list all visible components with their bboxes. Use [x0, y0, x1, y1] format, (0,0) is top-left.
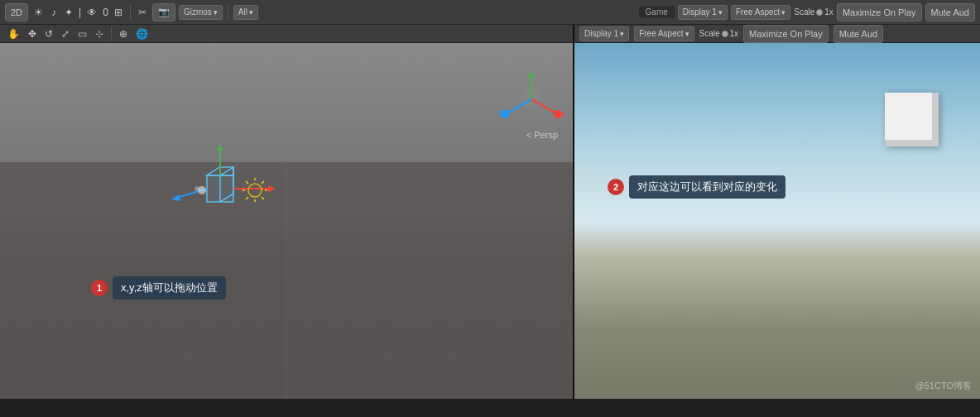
gizmos-label: Gizmos [184, 7, 212, 17]
scene-toolbar: ✋ ✥ ↺ ⤢ ▭ ⊹ ⊕ 🌐 [0, 25, 573, 43]
transform-gizmo [166, 142, 281, 225]
svg-text:X: X [560, 110, 564, 118]
hand-tool[interactable]: ✋ [5, 27, 22, 41]
watermark: @51CTO博客 [915, 380, 972, 392]
move-tool[interactable]: ✥ [26, 27, 39, 41]
svg-line-50 [262, 181, 264, 184]
global-btn[interactable]: 🌐 [133, 27, 151, 41]
game-aspect-label: Free Aspect [639, 29, 683, 38]
game-maximize-btn[interactable]: Maximize On Play [743, 25, 829, 43]
sep1 [111, 26, 112, 41]
game-aspect-dropdown[interactable]: Free Aspect [634, 26, 694, 41]
annotation-1: 1 x,y,z轴可以拖动位置 [91, 276, 226, 300]
toolbar-separator1 [130, 5, 131, 20]
game-display-dropdown[interactable]: Display 1 [579, 26, 629, 41]
toolbar-left: 2D ☀ ♪ ✦ | 👁 0 ⊞ ✂ 📷 Gizmos All [5, 3, 636, 22]
annotation-1-text: x,y,z轴可以拖动位置 [113, 276, 226, 300]
rotate-tool[interactable]: ↺ [42, 27, 55, 41]
transform-tool[interactable]: ⊹ [93, 27, 106, 41]
gizmo-svg: Y X Z [498, 68, 564, 126]
svg-text:Y: Y [530, 68, 535, 72]
2d-toggle[interactable]: 2D [5, 3, 28, 22]
game-mute-btn[interactable]: Mute Aud [833, 25, 883, 43]
game-display-label: Display 1 [584, 29, 618, 38]
transform-gizmo-svg [166, 142, 298, 242]
game-cube [885, 93, 939, 146]
game-scale-dot[interactable] [722, 31, 728, 37]
main-area: ✋ ✥ ↺ ⤢ ▭ ⊹ ⊕ 🌐 [0, 25, 980, 399]
mute-audio-btn[interactable]: Mute Aud [925, 3, 975, 22]
annotation-1-number: 1 [91, 280, 108, 296]
visibility-icon[interactable]: 👁 [84, 6, 99, 19]
display-dropdown[interactable]: Display 1 [678, 5, 728, 20]
persp-label: < Persp [526, 130, 558, 140]
scale-dot[interactable] [816, 9, 823, 16]
grid-icon[interactable]: ⊞ [112, 6, 125, 19]
display-label: Display 1 [683, 7, 717, 17]
svg-marker-22 [528, 71, 535, 78]
free-aspect-label: Free Aspect [736, 7, 780, 17]
rect-tool[interactable]: ▭ [75, 27, 89, 41]
game-viewport[interactable]: 2 对应这边可以看到对应的变化 @51CTO博客 [574, 43, 980, 399]
scissors-icon[interactable]: ✂ [136, 6, 149, 19]
icon-separator1: | [79, 7, 81, 18]
camera-btn[interactable]: 📷 [152, 3, 175, 22]
free-aspect-dropdown[interactable]: Free Aspect [731, 5, 790, 20]
annotation-2: 2 对应这边可以看到对应的变化 [608, 175, 785, 199]
annotation-2-number: 2 [608, 179, 624, 195]
audio-toggle[interactable]: ♪ [49, 6, 59, 19]
svg-point-42 [248, 184, 262, 197]
svg-marker-39 [171, 194, 180, 201]
scale-tool[interactable]: ⤢ [59, 27, 72, 41]
effects-toggle[interactable]: ✦ [62, 6, 75, 19]
svg-text:Z: Z [499, 110, 504, 118]
annotation-2-text: 对应这边可以看到对应的变化 [629, 175, 785, 199]
gizmos-dropdown[interactable]: Gizmos [179, 5, 223, 20]
scale-control: Scale 1x [794, 7, 833, 17]
scene-viewport[interactable]: Y X Z < Persp [0, 43, 573, 399]
pivot-btn[interactable]: ⊕ [117, 27, 130, 41]
main-toolbar: 2D ☀ ♪ ✦ | 👁 0 ⊞ ✂ 📷 Gizmos All Game Dis… [0, 0, 980, 25]
all-label: All [238, 7, 247, 17]
svg-rect-33 [207, 175, 233, 202]
lighting-toggle[interactable]: ☀ [31, 6, 46, 19]
svg-line-48 [262, 197, 264, 199]
svg-marker-35 [217, 144, 223, 151]
scale-text: Scale [794, 7, 814, 17]
scale-value: 1x [824, 7, 833, 17]
game-panel: Display 1 Free Aspect Scale 1x Maximize … [573, 25, 980, 399]
game-toolbar: Display 1 Free Aspect Scale 1x Maximize … [574, 25, 980, 43]
orientation-gizmo[interactable]: Y X Z [498, 68, 564, 126]
maximize-on-play-btn[interactable]: Maximize On Play [837, 3, 922, 22]
svg-marker-37 [268, 185, 276, 192]
toolbar-right: Game Display 1 Free Aspect Scale 1x Maxi… [639, 3, 975, 22]
scene-panel: ✋ ✥ ↺ ⤢ ▭ ⊹ ⊕ 🌐 [0, 25, 573, 399]
game-scale-value: 1x [730, 29, 739, 38]
toolbar-separator2 [228, 5, 228, 20]
svg-point-41 [195, 186, 199, 191]
game-tab-indicator: Game [639, 6, 675, 18]
svg-line-49 [246, 197, 248, 199]
game-scale-text: Scale [699, 29, 720, 38]
game-scale: Scale 1x [699, 29, 739, 38]
all-dropdown[interactable]: All [233, 5, 258, 20]
svg-line-47 [246, 181, 248, 184]
toolbar-text-0: 0 [103, 7, 108, 18]
